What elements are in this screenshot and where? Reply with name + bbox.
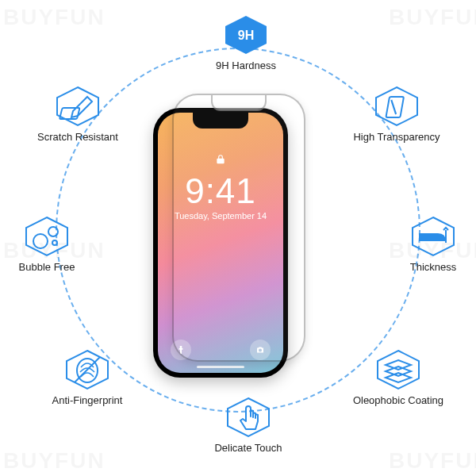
feature-bubble-free: Bubble Free [11,216,83,274]
feature-label: High Transparency [353,132,440,144]
svg-rect-6 [419,233,438,241]
phone-mockup: 9:41 Tuesday, September 14 [153,108,288,378]
svg-line-4 [389,100,398,114]
feature-9h-hardness: 9H 9H Hardness [214,14,278,72]
feature-label: Scratch Resistant [30,132,125,144]
svg-text:9H: 9H [238,29,254,42]
feature-oleophobic-coating: Oleophobic Coating [343,349,454,407]
transparency-icon [373,86,420,127]
scratch-icon [54,86,102,127]
infographic-stage: 9:41 Tuesday, September 14 9H 9H Hardnes… [0,0,476,476]
bubbles-icon [23,216,71,257]
feature-high-transparency: High Transparency [353,86,440,144]
feature-thickness: Thickness [401,216,465,274]
feature-label: 9H Hardness [214,60,278,72]
svg-marker-9 [386,360,411,370]
feature-anti-fingerprint: Anti-Fingerprint [40,349,135,407]
feature-label: Bubble Free [11,262,83,274]
feature-delicate-touch: Delicate Touch [205,397,292,455]
feature-label: Delicate Touch [205,443,292,455]
layers-icon [374,349,422,390]
svg-marker-10 [386,367,411,376]
feature-label: Anti-Fingerprint [40,395,135,407]
svg-line-15 [75,357,100,382]
svg-point-18 [48,227,58,236]
screen-protector-overlay [172,94,305,362]
svg-marker-2 [376,87,417,125]
feature-label: Thickness [401,262,465,274]
touch-icon [225,397,272,438]
svg-marker-12 [228,398,269,436]
feature-scratch-resistant: Scratch Resistant [30,86,125,144]
thickness-icon [409,216,457,257]
feature-label: Oleophobic Coating [343,395,454,407]
svg-rect-3 [386,97,404,117]
svg-point-17 [33,234,48,248]
home-indicator [197,366,244,368]
svg-marker-11 [386,373,411,382]
protector-notch [211,95,267,111]
product-center: 9:41 Tuesday, September 14 [171,103,305,373]
fingerprint-icon [63,349,111,390]
svg-point-19 [52,240,57,245]
nine-h-icon: 9H [222,14,270,56]
